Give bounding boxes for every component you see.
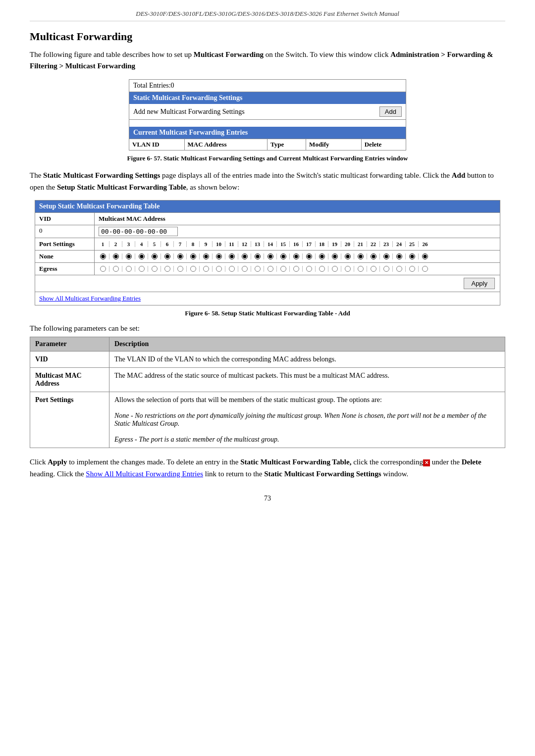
egress-radio-cell-8[interactable] — [187, 266, 200, 272]
egress-radio-1[interactable] — [100, 266, 106, 272]
egress-radio-22[interactable] — [371, 266, 376, 272]
egress-radio-cell-22[interactable] — [367, 266, 380, 272]
egress-radio-13[interactable] — [255, 266, 261, 272]
egress-radio-24[interactable] — [396, 266, 402, 272]
none-radio-5[interactable] — [152, 253, 158, 259]
egress-radio-cell-26[interactable] — [419, 266, 431, 272]
none-radios[interactable] — [95, 251, 500, 262]
egress-radio-cell-12[interactable] — [238, 266, 251, 272]
add-button[interactable]: Add — [379, 106, 402, 117]
none-radio-cell-17[interactable] — [303, 253, 316, 259]
egress-radio-18[interactable] — [319, 266, 325, 272]
none-radio-cell-2[interactable] — [109, 253, 122, 259]
egress-radio-8[interactable] — [190, 266, 196, 272]
footer-show-all-link[interactable]: Show All Multicast Forwarding Entries — [86, 470, 203, 478]
egress-radio-19[interactable] — [332, 266, 338, 272]
egress-radio-cell-19[interactable] — [328, 266, 341, 272]
egress-radio-25[interactable] — [409, 266, 415, 272]
egress-radio-cell-4[interactable] — [135, 266, 148, 272]
none-radio-21[interactable] — [358, 253, 364, 259]
none-radio-cell-11[interactable] — [225, 253, 238, 259]
none-radio-11[interactable] — [229, 253, 235, 259]
egress-radio-cell-3[interactable] — [122, 266, 135, 272]
none-radio-8[interactable] — [190, 253, 196, 259]
egress-radio-16[interactable] — [293, 266, 299, 272]
none-radio-cell-7[interactable] — [174, 253, 187, 259]
none-radio-cell-15[interactable] — [277, 253, 290, 259]
none-radio-26[interactable] — [422, 253, 428, 259]
none-radio-cell-4[interactable] — [135, 253, 148, 259]
egress-radio-4[interactable] — [139, 266, 145, 272]
egress-radio-23[interactable] — [383, 266, 389, 272]
none-radio-13[interactable] — [255, 253, 261, 259]
egress-radio-26[interactable] — [422, 266, 428, 272]
egress-radio-cell-13[interactable] — [251, 266, 264, 272]
none-radio-6[interactable] — [164, 253, 170, 259]
egress-radio-5[interactable] — [152, 266, 158, 272]
mac-value-cell[interactable] — [95, 225, 500, 238]
egress-radio-9[interactable] — [203, 266, 209, 272]
none-radio-cell-20[interactable] — [341, 253, 354, 259]
egress-radio-cell-24[interactable] — [393, 266, 406, 272]
egress-radio-cell-10[interactable] — [213, 266, 225, 272]
none-radio-cell-22[interactable] — [367, 253, 380, 259]
egress-radio-cell-6[interactable] — [161, 266, 174, 272]
none-radio-cell-8[interactable] — [187, 253, 200, 259]
egress-radio-7[interactable] — [177, 266, 183, 272]
none-radio-cell-10[interactable] — [213, 253, 225, 259]
egress-radio-cell-5[interactable] — [148, 266, 161, 272]
none-radio-9[interactable] — [203, 253, 209, 259]
none-radio-18[interactable] — [319, 253, 325, 259]
none-radio-19[interactable] — [332, 253, 338, 259]
none-radio-cell-14[interactable] — [264, 253, 277, 259]
mac-input[interactable] — [99, 227, 178, 236]
none-radio-cell-23[interactable] — [380, 253, 393, 259]
egress-radio-21[interactable] — [358, 266, 364, 272]
none-radio-cell-25[interactable] — [406, 253, 419, 259]
egress-radio-11[interactable] — [229, 266, 235, 272]
show-all-link[interactable]: Show All Multicast Forwarding Entries — [39, 295, 141, 302]
none-radio-15[interactable] — [280, 253, 286, 259]
none-radio-cell-3[interactable] — [122, 253, 135, 259]
none-radio-25[interactable] — [409, 253, 415, 259]
none-radio-17[interactable] — [306, 253, 312, 259]
none-radio-cell-19[interactable] — [328, 253, 341, 259]
egress-radios[interactable] — [95, 263, 500, 275]
egress-radio-cell-17[interactable] — [303, 266, 316, 272]
egress-radio-cell-21[interactable] — [354, 266, 367, 272]
none-radio-22[interactable] — [371, 253, 376, 259]
egress-radio-cell-23[interactable] — [380, 266, 393, 272]
egress-radio-cell-25[interactable] — [406, 266, 419, 272]
egress-radio-cell-1[interactable] — [97, 266, 109, 272]
none-radio-cell-13[interactable] — [251, 253, 264, 259]
egress-radio-20[interactable] — [345, 266, 351, 272]
none-radio-1[interactable] — [100, 253, 106, 259]
egress-radio-2[interactable] — [113, 266, 119, 272]
none-radio-20[interactable] — [345, 253, 351, 259]
none-radio-7[interactable] — [177, 253, 183, 259]
none-radio-14[interactable] — [268, 253, 273, 259]
none-radio-cell-24[interactable] — [393, 253, 406, 259]
egress-radio-15[interactable] — [280, 266, 286, 272]
egress-radio-cell-18[interactable] — [316, 266, 328, 272]
none-radio-cell-9[interactable] — [200, 253, 213, 259]
none-radio-cell-12[interactable] — [238, 253, 251, 259]
egress-radio-14[interactable] — [268, 266, 273, 272]
none-radio-cell-6[interactable] — [161, 253, 174, 259]
none-radio-24[interactable] — [396, 253, 402, 259]
none-radio-cell-21[interactable] — [354, 253, 367, 259]
egress-radio-6[interactable] — [164, 266, 170, 272]
none-radio-cell-18[interactable] — [316, 253, 328, 259]
none-radio-23[interactable] — [383, 253, 389, 259]
egress-radio-cell-2[interactable] — [109, 266, 122, 272]
none-radio-cell-16[interactable] — [290, 253, 303, 259]
egress-radio-cell-20[interactable] — [341, 266, 354, 272]
egress-radio-cell-14[interactable] — [264, 266, 277, 272]
egress-radio-cell-7[interactable] — [174, 266, 187, 272]
egress-radio-cell-9[interactable] — [200, 266, 213, 272]
egress-radio-cell-15[interactable] — [277, 266, 290, 272]
egress-radio-cell-16[interactable] — [290, 266, 303, 272]
egress-radio-10[interactable] — [216, 266, 222, 272]
none-radio-3[interactable] — [126, 253, 132, 259]
none-radio-cell-26[interactable] — [419, 253, 431, 259]
